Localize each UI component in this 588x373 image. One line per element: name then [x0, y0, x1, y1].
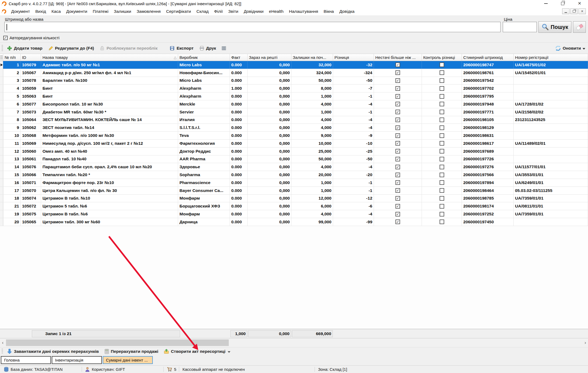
control-checkbox[interactable]: [440, 62, 444, 67]
col-header-maker[interactable]: Виробник: [178, 54, 230, 61]
load-recounts-button[interactable]: Завантажити дані окремих перерахунків: [5, 348, 100, 354]
menu-item[interactable]: Налаштування: [286, 9, 321, 14]
table-row[interactable]: 13 105061 Панадол таб. 10 №40 AAR Pharma…: [0, 155, 588, 163]
autoedit-checkbox[interactable]: [3, 36, 8, 40]
control-checkbox[interactable]: [440, 102, 444, 106]
table-row[interactable]: 19 105075 Цитрамон В табл. №6 Монфарм 0.…: [0, 210, 588, 218]
shortage-checkbox[interactable]: [395, 94, 400, 99]
col-header-sticker[interactable]: Стикерний штрихкод: [462, 54, 514, 61]
menu-item[interactable]: Вікна: [321, 9, 337, 14]
control-checkbox[interactable]: [440, 180, 444, 185]
col-header-num[interactable]: № п/п: [3, 54, 21, 61]
tab[interactable]: Інвентаризація: [52, 356, 102, 364]
col-header-id[interactable]: ID: [21, 54, 41, 61]
shortage-checkbox[interactable]: [395, 196, 400, 201]
print-button[interactable]: Друк: [197, 46, 218, 51]
table-row[interactable]: 2 105067 Амикацид р-р д/ин. 250 мг/мл фл…: [0, 69, 588, 77]
scroll-right-icon[interactable]: ›: [583, 338, 588, 347]
unlock-button[interactable]: Розблокувати переоблік: [98, 46, 159, 51]
control-checkbox[interactable]: [440, 118, 444, 122]
shortage-checkbox[interactable]: [395, 149, 400, 154]
control-checkbox[interactable]: [440, 110, 444, 114]
col-header-shortage[interactable]: Нестачі більше ніж ...: [374, 54, 422, 61]
control-checkbox[interactable]: [440, 141, 444, 146]
col-header-diff[interactable]: Різниця: [333, 54, 374, 61]
menu-item[interactable]: Замовлення: [134, 9, 163, 14]
shortage-checkbox[interactable]: [395, 133, 400, 138]
table-row[interactable]: 17 105070 Цитра Кальцемин таб. п/о фл. №…: [0, 187, 588, 195]
menu-item[interactable]: Вихід: [33, 9, 49, 14]
create-regrading-act-button[interactable]: Створити акт пересортиці: [162, 349, 232, 354]
shortage-checkbox[interactable]: [395, 219, 400, 224]
price-input[interactable]: [503, 22, 537, 32]
control-checkbox[interactable]: [440, 149, 444, 154]
menu-item[interactable]: Сертифікати: [163, 9, 194, 14]
shortage-checkbox[interactable]: [395, 125, 400, 130]
edit-button[interactable]: Редагувати до (F4): [46, 46, 96, 51]
mdi-close-button[interactable]: ✕: [578, 8, 586, 14]
table-row[interactable]: 18 105074 Цитрамон В табл. №10 Монфарм 0…: [0, 195, 588, 203]
table-row[interactable]: 5 105063 Бинт Alexpharm 0.000 0,000 1,00…: [0, 92, 588, 100]
add-item-button[interactable]: Додати товар: [5, 46, 44, 51]
control-checkbox[interactable]: [440, 78, 444, 83]
shortage-checkbox[interactable]: [395, 141, 400, 146]
col-header-control[interactable]: Контроль різниці: [422, 54, 462, 61]
col-header-name[interactable]: Назва товару△: [41, 54, 178, 61]
menu-item[interactable]: Документи: [63, 9, 90, 14]
close-button[interactable]: ✕: [571, 0, 588, 7]
shortage-checkbox[interactable]: [395, 118, 400, 122]
table-row[interactable]: 10 105068 Метформин табл. п/о 1000 мг №3…: [0, 132, 588, 140]
shortage-checkbox[interactable]: [395, 62, 400, 67]
mdi-restore-button[interactable]: [570, 8, 578, 14]
menu-item[interactable]: Звіти: [226, 9, 241, 14]
columns-button[interactable]: [220, 46, 228, 51]
control-checkbox[interactable]: [440, 94, 444, 99]
shortage-checkbox[interactable]: [395, 173, 400, 177]
restore-button[interactable]: [554, 0, 571, 7]
clear-button[interactable]: [573, 21, 586, 33]
menu-item[interactable]: Залишки: [111, 9, 134, 14]
scrollbar-thumb[interactable]: [6, 339, 229, 346]
bottom-toolbar-grip[interactable]: [2, 349, 3, 354]
col-header-reg[interactable]: Номер регістрації: [514, 54, 588, 61]
control-checkbox[interactable]: [440, 70, 444, 75]
menu-item[interactable]: Склад: [194, 9, 211, 14]
shortage-checkbox[interactable]: [395, 165, 400, 169]
shortage-checkbox[interactable]: [395, 204, 400, 209]
table-row[interactable]: 15 105066 Темпалгин табл. №20 * Sopharma…: [0, 171, 588, 179]
menu-item[interactable]: Довідники: [241, 9, 266, 14]
menu-item[interactable]: Платежі: [90, 9, 111, 14]
control-checkbox[interactable]: [440, 133, 444, 138]
col-header-now[interactable]: Зараз на решті: [248, 54, 291, 61]
table-row[interactable]: 12 105060 Омез амп. 40 мл №40 Доктор Ред…: [0, 148, 588, 155]
table-row[interactable]: 4 105059 Бинт Alexpharm 1.000 0,000 8,00…: [0, 85, 588, 92]
col-header-fact[interactable]: Факт: [230, 54, 248, 61]
shortage-checkbox[interactable]: [395, 188, 400, 193]
shortage-checkbox[interactable]: [395, 157, 400, 161]
table-row[interactable]: 14 105076 Парацетамол беби сусп. орал. 2…: [0, 163, 588, 171]
barcode-input[interactable]: [4, 22, 501, 32]
export-button[interactable]: Експорт: [168, 46, 195, 51]
control-checkbox[interactable]: [440, 86, 444, 91]
control-checkbox[interactable]: [440, 196, 444, 201]
menu-item[interactable]: Каса: [49, 9, 63, 14]
table-row[interactable]: 6 105077 Бисопролол табл. 10 мг №30 Merc…: [0, 100, 588, 108]
menu-item[interactable]: eHealth: [266, 9, 286, 14]
control-checkbox[interactable]: [440, 188, 444, 193]
control-checkbox[interactable]: [440, 157, 444, 161]
recalculate-sales-button[interactable]: Перерахувати продажі: [103, 349, 160, 354]
mdi-minimize-button[interactable]: [562, 8, 569, 14]
toolbar-grip[interactable]: [2, 45, 3, 52]
refresh-button[interactable]: Оновити: [555, 45, 585, 51]
table-row[interactable]: 16 105071 Фармацитрон форте пор. 23г №10…: [0, 179, 588, 187]
table-row[interactable]: 7 105073 Диабетон MR табл. 60мг №30 * Se…: [0, 108, 588, 116]
menu-item[interactable]: Довідка: [337, 9, 357, 14]
tab[interactable]: Головна: [1, 356, 51, 364]
search-button[interactable]: Пошук: [538, 21, 571, 33]
scroll-left-icon[interactable]: ‹: [0, 338, 5, 347]
col-header-start[interactable]: Залишки на поч...: [291, 54, 333, 61]
shortage-checkbox[interactable]: [395, 212, 400, 216]
table-row[interactable]: 21 105072 Цитрамон 5 табл. №6 Борщаговск…: [0, 202, 588, 210]
table-row[interactable]: 11 105069 Нимесулид пор. д/сусп. 100 мг/…: [0, 140, 588, 148]
table-row[interactable]: 9 105062 ЗЕСТ позитив табл. №14 S.l.l.T.…: [0, 124, 588, 132]
